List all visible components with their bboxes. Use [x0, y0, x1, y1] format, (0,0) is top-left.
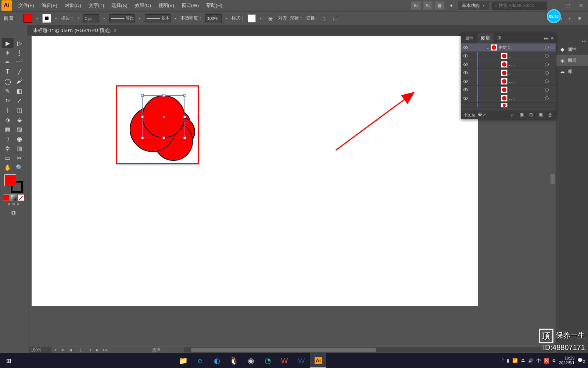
- menu-object[interactable]: 对象(O): [61, 0, 85, 11]
- brush-dropdown[interactable]: 基本: [145, 14, 171, 22]
- color-mode-gradient[interactable]: [10, 194, 17, 201]
- layer-thumbnail[interactable]: [501, 95, 508, 102]
- pen-tool[interactable]: ✒: [2, 57, 14, 67]
- type-tool[interactable]: T: [2, 67, 14, 77]
- layer-thumbnail[interactable]: [491, 44, 497, 51]
- task-chrome[interactable]: ◉: [243, 353, 259, 368]
- mesh-tool[interactable]: ▦: [2, 124, 14, 134]
- menu-window[interactable]: 窗口(W): [178, 0, 202, 11]
- stroke-weight-input[interactable]: 1 pt: [83, 14, 99, 22]
- blend-tool[interactable]: ◉: [14, 134, 25, 144]
- magic-wand-tool[interactable]: ✶: [2, 48, 14, 57]
- chevron-down-icon[interactable]: ▾: [89, 348, 93, 352]
- chevron-down-icon[interactable]: ▾: [54, 348, 58, 352]
- visibility-toggle[interactable]: [461, 97, 470, 100]
- fill-stroke-display[interactable]: [4, 174, 23, 193]
- prev-artboard-icon[interactable]: ◀: [68, 348, 73, 352]
- slice-tool[interactable]: ✂: [14, 153, 25, 163]
- shape-label[interactable]: 形状：: [290, 15, 303, 21]
- target-icon[interactable]: [543, 88, 551, 92]
- scrollbar-thumb[interactable]: [551, 174, 555, 184]
- align-label[interactable]: 对齐: [278, 15, 287, 21]
- search-stock-input[interactable]: ⌕ 搜索 Adobe Stock: [492, 1, 547, 10]
- task-wps[interactable]: W: [276, 353, 293, 368]
- target-icon[interactable]: [543, 54, 551, 58]
- document-tab[interactable]: 未标题-1* @ 150% (RGB/GPU 预览) ×: [29, 25, 120, 36]
- menu-type[interactable]: 文字(T): [85, 0, 108, 11]
- ellipse-tool[interactable]: ◯: [2, 77, 14, 86]
- gpu-icon[interactable]: ✈: [447, 1, 456, 10]
- transform-label[interactable]: 变换: [306, 15, 315, 21]
- line-tool[interactable]: ╱: [14, 67, 25, 77]
- menu-file[interactable]: 文件(F): [15, 0, 38, 11]
- minimize-button[interactable]: —: [549, 1, 560, 10]
- selection-bounding-box[interactable]: [142, 95, 185, 138]
- target-icon[interactable]: [543, 46, 551, 49]
- isolate-group-icon[interactable]: ⬚: [330, 14, 340, 22]
- shape-builder-tool[interactable]: ⬗: [2, 115, 14, 124]
- tray-volume-icon[interactable]: 🔊: [528, 358, 534, 363]
- panel-tab-layers[interactable]: 图层: [477, 33, 494, 43]
- screen-mode-button[interactable]: ⧉: [8, 208, 19, 218]
- new-sublayer-icon[interactable]: ⊞: [528, 112, 534, 118]
- free-transform-tool[interactable]: ◫: [14, 105, 25, 115]
- task-word[interactable]: W: [293, 353, 309, 368]
- recolor-icon[interactable]: ◉: [266, 14, 275, 22]
- layer-thumbnail[interactable]: [501, 70, 508, 76]
- chevron-down-icon[interactable]: ▾: [259, 17, 263, 20]
- task-qq[interactable]: 🐧: [226, 353, 242, 368]
- workspace-switcher[interactable]: 基本功能 ▾: [458, 1, 490, 10]
- gradient-tool[interactable]: ▨: [14, 124, 25, 134]
- zoom-level-dropdown[interactable]: 150%: [29, 347, 51, 353]
- collapse-panel-icon[interactable]: ▸▸: [544, 36, 549, 41]
- sublayer-row[interactable]: [461, 103, 556, 108]
- fill-color-swatch[interactable]: [24, 14, 32, 23]
- brush-tool[interactable]: 🖌: [14, 77, 25, 86]
- hand-tool[interactable]: ✋: [2, 163, 14, 172]
- chevron-down-icon[interactable]: ▾: [568, 17, 572, 20]
- task-edge2[interactable]: ◔: [259, 353, 276, 368]
- tray-sogou-icon[interactable]: S: [544, 358, 549, 364]
- menu-effect[interactable]: 效果(C): [131, 0, 155, 11]
- locate-object-icon[interactable]: �↗: [478, 112, 485, 118]
- sublayer-row[interactable]: . . .: [461, 86, 556, 94]
- symbol-sprayer-tool[interactable]: ✲: [2, 144, 14, 153]
- tray-clock[interactable]: 19:29 2022/5/1: [559, 356, 575, 365]
- horizontal-scrollbar[interactable]: [184, 347, 553, 353]
- layer-name[interactable]: 图层 1: [499, 45, 543, 50]
- tray-network-icon[interactable]: 🖧: [521, 358, 525, 363]
- layer-thumbnail[interactable]: [501, 53, 508, 59]
- scrollbar-thumb[interactable]: [191, 348, 376, 352]
- rotate-tool[interactable]: ↻: [2, 96, 14, 105]
- search-layers-icon[interactable]: ⌕: [509, 112, 515, 118]
- visibility-toggle[interactable]: [461, 54, 470, 57]
- draw-mode-row[interactable]: [8, 203, 19, 205]
- panel-menu-icon[interactable]: ≡: [551, 36, 553, 41]
- shaper-tool[interactable]: ✎: [2, 86, 14, 96]
- bridge-icon[interactable]: Br: [411, 1, 421, 10]
- sublayer-row[interactable]: . . .: [461, 69, 556, 77]
- start-button[interactable]: ⊞: [0, 353, 17, 368]
- perspective-tool[interactable]: ⬙: [14, 115, 25, 124]
- sublayer-row[interactable]: . . .: [461, 60, 556, 69]
- task-file-explorer[interactable]: 📁: [175, 353, 191, 368]
- chevron-down-icon[interactable]: ▾: [54, 17, 58, 20]
- arrange-icon[interactable]: ▦: [435, 1, 444, 10]
- maximize-button[interactable]: ▢: [562, 1, 573, 10]
- chevron-down-icon[interactable]: ▾: [173, 17, 178, 20]
- target-icon[interactable]: [543, 63, 551, 66]
- artboard-number-input[interactable]: 1: [75, 348, 86, 352]
- eyedropper-tool[interactable]: ⁊: [2, 134, 14, 144]
- collapse-dock-icon[interactable]: ▸▸: [556, 38, 588, 44]
- last-artboard-icon[interactable]: ⏭: [102, 348, 108, 352]
- sublayer-row[interactable]: . . .: [461, 52, 556, 60]
- close-button[interactable]: ✕: [576, 1, 587, 10]
- chevron-down-icon[interactable]: ▾: [35, 17, 39, 20]
- graphic-style-swatch[interactable]: [248, 14, 256, 22]
- panel-tab-properties[interactable]: 属性: [461, 33, 477, 43]
- new-layer-icon[interactable]: ▣: [537, 112, 544, 118]
- target-icon[interactable]: [543, 96, 551, 100]
- chevron-right-icon[interactable]: ▸: [225, 17, 229, 20]
- direct-selection-tool[interactable]: ▷: [14, 38, 25, 48]
- eraser-tool[interactable]: ◧: [14, 86, 25, 96]
